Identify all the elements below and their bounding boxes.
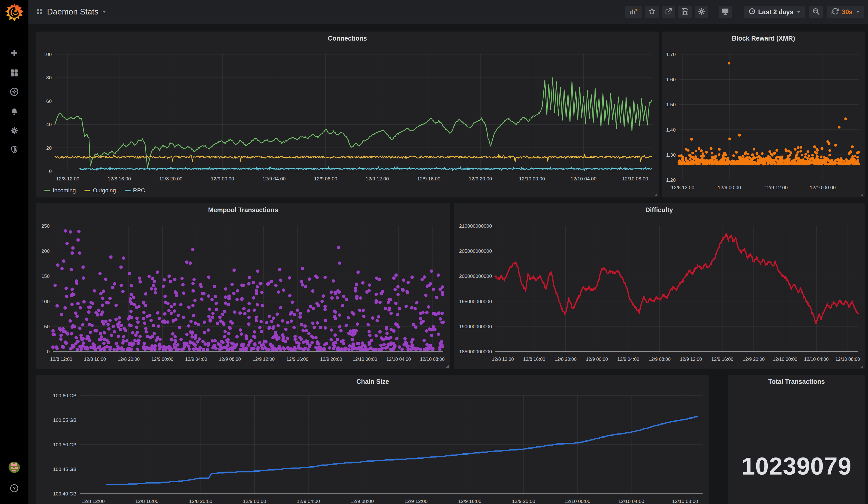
star-dashboard-button[interactable]: [645, 6, 659, 18]
star-icon: [648, 8, 656, 16]
svg-text:12/9 04:00: 12/9 04:00: [297, 498, 320, 504]
svg-text:250: 250: [41, 223, 50, 229]
svg-text:1.50: 1.50: [666, 102, 676, 107]
svg-text:100.50 GB: 100.50 GB: [53, 442, 76, 448]
clock-icon: [748, 8, 756, 16]
svg-text:0: 0: [49, 168, 52, 174]
svg-text:150: 150: [41, 274, 50, 279]
panel-difficulty: Difficulty 12/8 12:0012/8 16:0012/8 20:0…: [454, 203, 865, 369]
legend-label: Outgoing: [93, 187, 116, 194]
legend-item-incoming[interactable]: Incoming: [44, 187, 76, 194]
svg-text:0: 0: [47, 349, 50, 354]
plus-icon: [10, 49, 18, 57]
svg-text:12/10 00:00: 12/10 00:00: [773, 357, 797, 362]
panel-title[interactable]: Chain Size: [36, 378, 709, 385]
dashboard-settings-button[interactable]: [695, 6, 708, 18]
sidebar-item-admin[interactable]: [0, 141, 29, 158]
svg-text:100.45 GB: 100.45 GB: [53, 466, 76, 472]
page-title: Daemon Stats: [47, 7, 99, 17]
sidebar-item-create[interactable]: [0, 44, 29, 62]
svg-text:12/10 00:00: 12/10 00:00: [565, 498, 590, 504]
toolbar: Last 2 days 30s: [625, 6, 864, 18]
svg-text:40: 40: [46, 122, 52, 127]
legend-color-chip: [84, 190, 90, 191]
panel-resize-handle[interactable]: [860, 193, 863, 196]
panel-title[interactable]: Total Transactions: [728, 378, 865, 385]
sidebar-item-dashboards[interactable]: [0, 64, 29, 81]
svg-text:12/8 16:00: 12/8 16:00: [84, 357, 106, 362]
panel-resize-handle[interactable]: [446, 365, 449, 368]
dashboard-title-picker[interactable]: Daemon Stats: [36, 7, 106, 17]
mempool-chart[interactable]: 12/8 12:0012/8 16:0012/8 20:0012/9 00:00…: [36, 203, 450, 369]
legend-label: Incoming: [53, 187, 76, 194]
svg-text:190000000000: 190000000000: [459, 324, 492, 329]
svg-text:12/8 20:00: 12/8 20:00: [117, 357, 140, 362]
svg-text:80: 80: [46, 75, 52, 80]
user-avatar[interactable]: [9, 462, 20, 473]
connections-chart[interactable]: 12/8 12:0012/8 16:0012/8 20:0012/9 00:00…: [36, 32, 659, 197]
time-range-picker[interactable]: Last 2 days: [744, 6, 805, 18]
svg-text:12/9 04:00: 12/9 04:00: [185, 357, 207, 362]
difficulty-chart[interactable]: 12/8 12:0012/8 16:0012/8 20:0012/9 00:00…: [454, 203, 865, 369]
svg-text:12/9 20:00: 12/9 20:00: [469, 176, 492, 182]
svg-text:12/10 08:00: 12/10 08:00: [622, 176, 648, 182]
panel-title[interactable]: Block Reward (XMR): [662, 35, 865, 42]
svg-text:12/9 12:00: 12/9 12:00: [252, 357, 275, 362]
zoom-out-button[interactable]: [809, 6, 823, 18]
svg-text:195000000000: 195000000000: [459, 299, 492, 304]
grafana-logo-icon[interactable]: [4, 2, 25, 23]
svg-text:12/9 00:00: 12/9 00:00: [211, 176, 234, 182]
admin-shield-icon: [10, 145, 18, 154]
svg-text:12/9 12:00: 12/9 12:00: [764, 185, 788, 190]
add-panel-button[interactable]: [625, 6, 642, 18]
svg-text:12/9 08:00: 12/9 08:00: [351, 498, 374, 504]
save-dashboard-button[interactable]: [678, 6, 692, 18]
svg-text:200000000000: 200000000000: [459, 274, 492, 279]
svg-text:12/9 16:00: 12/9 16:00: [286, 357, 308, 362]
legend-item-outgoing[interactable]: Outgoing: [84, 187, 116, 194]
panel-title[interactable]: Difficulty: [454, 206, 865, 214]
chevron-down-icon: [856, 11, 860, 13]
svg-text:12/8 20:00: 12/8 20:00: [189, 498, 213, 504]
svg-text:185000000000: 185000000000: [459, 349, 492, 354]
svg-text:1.70: 1.70: [666, 52, 676, 57]
svg-text:12/9 12:00: 12/9 12:00: [404, 498, 427, 504]
panel-total-transactions: Total Transactions 10239079: [728, 375, 865, 504]
svg-text:60: 60: [46, 99, 52, 104]
share-dashboard-button[interactable]: [662, 6, 675, 18]
svg-text:12/9 08:00: 12/9 08:00: [219, 357, 241, 362]
svg-text:12/9 08:00: 12/9 08:00: [314, 176, 337, 182]
magnifier-minus-icon: [812, 8, 820, 17]
panel-chain-size: Chain Size 12/8 12:0012/8 16:0012/8 20:0…: [36, 375, 709, 504]
sidebar-item-help[interactable]: ?: [0, 480, 29, 497]
svg-text:205000000000: 205000000000: [459, 248, 492, 254]
svg-text:12/9 20:00: 12/9 20:00: [512, 498, 535, 504]
svg-text:12/8 12:00: 12/8 12:00: [492, 357, 514, 362]
sidebar-item-configuration[interactable]: [0, 122, 29, 139]
svg-text:12/8 12:00: 12/8 12:00: [671, 185, 694, 190]
sidebar-item-alerting[interactable]: [0, 103, 29, 120]
refresh-picker[interactable]: 30s: [827, 6, 864, 18]
cycle-view-mode-button[interactable]: [719, 6, 732, 18]
explore-compass-icon: [10, 87, 19, 96]
save-floppy-icon: [681, 8, 689, 16]
svg-text:12/8 12:00: 12/8 12:00: [50, 357, 72, 362]
panel-resize-handle[interactable]: [654, 193, 657, 196]
panel-title[interactable]: Mempool Transactions: [36, 206, 450, 214]
block-reward-chart[interactable]: 12/8 12:0012/9 00:0012/9 12:0012/10 00:0…: [662, 32, 865, 197]
panel-resize-handle[interactable]: [860, 365, 863, 368]
svg-text:12/10 08:00: 12/10 08:00: [420, 357, 445, 362]
sidebar-item-explore[interactable]: [0, 83, 29, 100]
chain-size-chart[interactable]: 12/8 12:0012/8 16:0012/8 20:0012/9 00:00…: [36, 375, 709, 504]
svg-text:200: 200: [41, 248, 50, 254]
svg-text:100: 100: [43, 52, 52, 57]
svg-text:12/9 04:00: 12/9 04:00: [617, 357, 639, 362]
svg-text:100.55 GB: 100.55 GB: [53, 418, 76, 423]
sidebar: ?: [0, 0, 29, 504]
svg-text:12/8 12:00: 12/8 12:00: [81, 498, 105, 504]
monitor-icon: [721, 7, 730, 17]
svg-text:12/8 20:00: 12/8 20:00: [159, 176, 183, 182]
legend-item-rpc[interactable]: RPC: [125, 187, 145, 194]
panel-title[interactable]: Connections: [36, 35, 659, 42]
svg-text:50: 50: [44, 324, 50, 329]
